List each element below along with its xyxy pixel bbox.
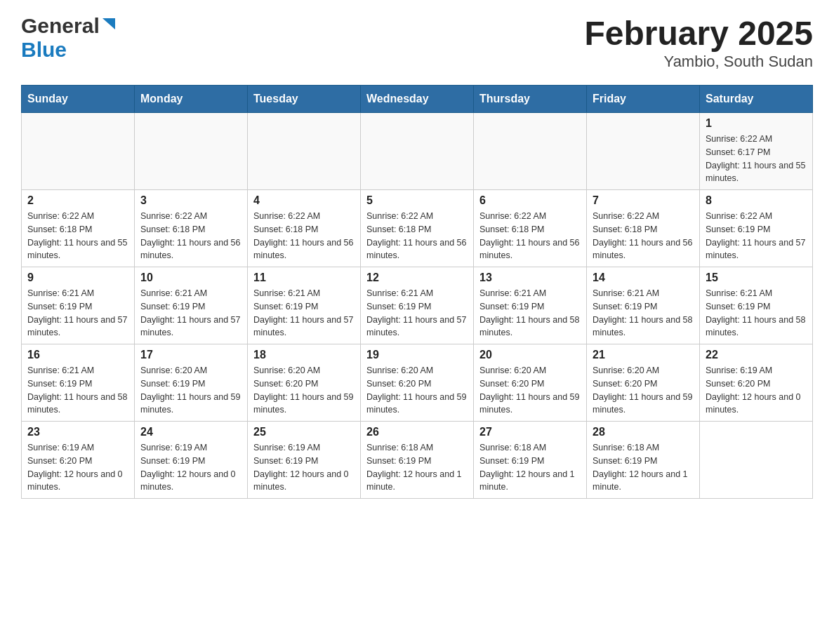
day-info: Sunrise: 6:22 AMSunset: 6:18 PMDaylight:… <box>140 210 241 262</box>
calendar-cell <box>700 422 813 499</box>
calendar-cell: 9Sunrise: 6:21 AMSunset: 6:19 PMDaylight… <box>22 267 135 344</box>
day-number: 11 <box>253 271 355 284</box>
page-header: General Blue February 2025 Yambio, South… <box>21 14 813 71</box>
day-info: Sunrise: 6:21 AMSunset: 6:19 PMDaylight:… <box>479 287 581 340</box>
day-info: Sunrise: 6:19 AMSunset: 6:19 PMDaylight:… <box>253 441 355 494</box>
day-number: 13 <box>479 271 581 284</box>
day-info: Sunrise: 6:21 AMSunset: 6:19 PMDaylight:… <box>140 287 241 340</box>
day-info: Sunrise: 6:20 AMSunset: 6:20 PMDaylight:… <box>366 364 468 417</box>
day-number: 1 <box>706 117 807 130</box>
day-number: 8 <box>706 194 807 207</box>
logo-general-text: General <box>21 14 100 38</box>
day-info: Sunrise: 6:18 AMSunset: 6:19 PMDaylight:… <box>366 441 468 494</box>
day-number: 16 <box>27 349 128 361</box>
day-info: Sunrise: 6:21 AMSunset: 6:19 PMDaylight:… <box>27 364 128 417</box>
day-info: Sunrise: 6:20 AMSunset: 6:20 PMDaylight:… <box>593 364 694 417</box>
day-number: 2 <box>27 194 128 207</box>
calendar-cell: 7Sunrise: 6:22 AMSunset: 6:18 PMDaylight… <box>587 190 700 267</box>
day-info: Sunrise: 6:21 AMSunset: 6:19 PMDaylight:… <box>593 287 694 340</box>
day-number: 9 <box>27 271 128 284</box>
day-number: 28 <box>593 426 694 438</box>
logo-blue-text: Blue <box>21 38 67 61</box>
calendar-week-row: 23Sunrise: 6:19 AMSunset: 6:20 PMDayligh… <box>22 422 813 499</box>
calendar-cell: 2Sunrise: 6:22 AMSunset: 6:18 PMDaylight… <box>22 190 135 267</box>
calendar-cell: 24Sunrise: 6:19 AMSunset: 6:19 PMDayligh… <box>135 422 248 499</box>
calendar-header-row: SundayMondayTuesdayWednesdayThursdayFrid… <box>22 86 813 113</box>
day-info: Sunrise: 6:19 AMSunset: 6:20 PMDaylight:… <box>706 364 807 417</box>
calendar-cell <box>135 113 248 190</box>
calendar-cell: 25Sunrise: 6:19 AMSunset: 6:19 PMDayligh… <box>248 422 361 499</box>
calendar-cell <box>361 113 474 190</box>
day-info: Sunrise: 6:22 AMSunset: 6:19 PMDaylight:… <box>706 210 807 262</box>
title-area: February 2025 Yambio, South Sudan <box>584 14 813 71</box>
day-info: Sunrise: 6:21 AMSunset: 6:19 PMDaylight:… <box>366 287 468 340</box>
calendar-cell: 19Sunrise: 6:20 AMSunset: 6:20 PMDayligh… <box>361 344 474 422</box>
day-number: 27 <box>479 426 581 438</box>
calendar-week-row: 2Sunrise: 6:22 AMSunset: 6:18 PMDaylight… <box>22 190 813 267</box>
calendar-cell: 21Sunrise: 6:20 AMSunset: 6:20 PMDayligh… <box>587 344 700 422</box>
logo-triangle-icon <box>101 17 117 32</box>
calendar-cell: 20Sunrise: 6:20 AMSunset: 6:20 PMDayligh… <box>474 344 587 422</box>
day-info: Sunrise: 6:20 AMSunset: 6:20 PMDaylight:… <box>253 364 355 417</box>
calendar-cell <box>248 113 361 190</box>
day-info: Sunrise: 6:21 AMSunset: 6:19 PMDaylight:… <box>253 287 355 340</box>
day-info: Sunrise: 6:22 AMSunset: 6:18 PMDaylight:… <box>253 210 355 262</box>
calendar-cell: 10Sunrise: 6:21 AMSunset: 6:19 PMDayligh… <box>135 267 248 344</box>
day-of-week-header: Thursday <box>474 86 587 113</box>
calendar-cell <box>474 113 587 190</box>
day-info: Sunrise: 6:20 AMSunset: 6:20 PMDaylight:… <box>479 364 581 417</box>
calendar-cell: 17Sunrise: 6:20 AMSunset: 6:19 PMDayligh… <box>135 344 248 422</box>
day-number: 18 <box>253 349 355 361</box>
day-info: Sunrise: 6:22 AMSunset: 6:18 PMDaylight:… <box>593 210 694 262</box>
day-info: Sunrise: 6:21 AMSunset: 6:19 PMDaylight:… <box>27 287 128 340</box>
calendar-cell: 26Sunrise: 6:18 AMSunset: 6:19 PMDayligh… <box>361 422 474 499</box>
calendar-week-row: 9Sunrise: 6:21 AMSunset: 6:19 PMDaylight… <box>22 267 813 344</box>
day-number: 15 <box>706 271 807 284</box>
day-number: 6 <box>479 194 581 207</box>
day-number: 7 <box>593 194 694 207</box>
calendar-cell: 12Sunrise: 6:21 AMSunset: 6:19 PMDayligh… <box>361 267 474 344</box>
calendar-cell: 14Sunrise: 6:21 AMSunset: 6:19 PMDayligh… <box>587 267 700 344</box>
day-number: 5 <box>366 194 468 207</box>
calendar-cell: 11Sunrise: 6:21 AMSunset: 6:19 PMDayligh… <box>248 267 361 344</box>
day-number: 4 <box>253 194 355 207</box>
day-number: 17 <box>140 349 241 361</box>
calendar-cell: 15Sunrise: 6:21 AMSunset: 6:19 PMDayligh… <box>700 267 813 344</box>
day-number: 10 <box>140 271 241 284</box>
day-number: 25 <box>253 426 355 438</box>
calendar-cell: 6Sunrise: 6:22 AMSunset: 6:18 PMDaylight… <box>474 190 587 267</box>
day-info: Sunrise: 6:18 AMSunset: 6:19 PMDaylight:… <box>593 441 694 494</box>
calendar-cell: 3Sunrise: 6:22 AMSunset: 6:18 PMDaylight… <box>135 190 248 267</box>
day-info: Sunrise: 6:22 AMSunset: 6:18 PMDaylight:… <box>27 210 128 262</box>
day-number: 20 <box>479 349 581 361</box>
day-of-week-header: Tuesday <box>248 86 361 113</box>
calendar-cell: 27Sunrise: 6:18 AMSunset: 6:19 PMDayligh… <box>474 422 587 499</box>
day-info: Sunrise: 6:19 AMSunset: 6:20 PMDaylight:… <box>27 441 128 494</box>
day-of-week-header: Sunday <box>22 86 135 113</box>
day-info: Sunrise: 6:21 AMSunset: 6:19 PMDaylight:… <box>706 287 807 340</box>
day-number: 3 <box>140 194 241 207</box>
calendar-cell: 5Sunrise: 6:22 AMSunset: 6:18 PMDaylight… <box>361 190 474 267</box>
calendar-week-row: 1Sunrise: 6:22 AMSunset: 6:17 PMDaylight… <box>22 113 813 190</box>
calendar-cell: 22Sunrise: 6:19 AMSunset: 6:20 PMDayligh… <box>700 344 813 422</box>
month-title: February 2025 <box>584 14 813 53</box>
day-of-week-header: Monday <box>135 86 248 113</box>
calendar-cell: 8Sunrise: 6:22 AMSunset: 6:19 PMDaylight… <box>700 190 813 267</box>
day-number: 22 <box>706 349 807 361</box>
day-of-week-header: Saturday <box>700 86 813 113</box>
calendar-cell <box>587 113 700 190</box>
calendar-cell: 4Sunrise: 6:22 AMSunset: 6:18 PMDaylight… <box>248 190 361 267</box>
day-number: 23 <box>27 426 128 438</box>
day-of-week-header: Wednesday <box>361 86 474 113</box>
calendar-cell: 16Sunrise: 6:21 AMSunset: 6:19 PMDayligh… <box>22 344 135 422</box>
day-info: Sunrise: 6:19 AMSunset: 6:19 PMDaylight:… <box>140 441 241 494</box>
calendar-cell <box>22 113 135 190</box>
day-number: 24 <box>140 426 241 438</box>
day-info: Sunrise: 6:22 AMSunset: 6:17 PMDaylight:… <box>706 133 807 185</box>
day-info: Sunrise: 6:20 AMSunset: 6:19 PMDaylight:… <box>140 364 241 417</box>
location-text: Yambio, South Sudan <box>584 53 813 71</box>
calendar-cell: 28Sunrise: 6:18 AMSunset: 6:19 PMDayligh… <box>587 422 700 499</box>
svg-marker-0 <box>102 18 115 29</box>
day-number: 14 <box>593 271 694 284</box>
day-number: 12 <box>366 271 468 284</box>
